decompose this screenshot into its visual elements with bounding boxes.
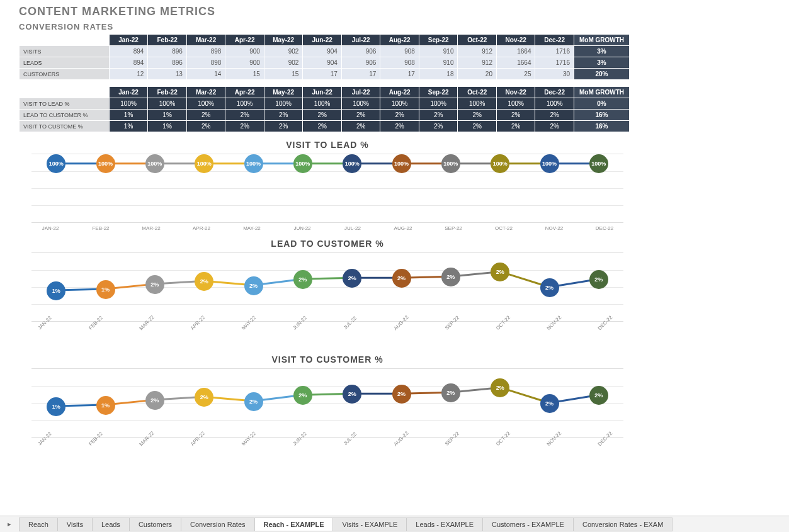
data-point: 100% [392, 154, 411, 173]
chart-plot: 1%1%2%2%2%2%2%2%2%2%2%2% [31, 368, 623, 438]
data-cell: 894 [109, 46, 148, 57]
data-cell: 2% [303, 110, 342, 121]
data-cell: 906 [341, 46, 380, 57]
data-cell: 2% [496, 121, 535, 132]
sheet-tab[interactable]: Reach [19, 518, 58, 531]
data-cell: 100% [341, 98, 380, 110]
sheet-tab[interactable]: Customers [129, 518, 181, 531]
data-cell: 25 [496, 69, 535, 80]
data-point: 100% [589, 154, 608, 173]
x-tick: DEC-22 [586, 225, 623, 231]
row-label: LEAD TO CUSTOMER % [20, 110, 110, 121]
x-tick: OCT-22 [485, 225, 523, 231]
data-cell: 100% [419, 98, 458, 110]
chart-title: VISIT TO LEAD % [31, 140, 623, 150]
data-cell: 896 [148, 57, 187, 69]
data-point: 2% [343, 385, 361, 404]
col-header: Aug-22 [380, 87, 419, 98]
x-tick: MAR-22 [132, 225, 170, 231]
col-header: Feb-22 [148, 35, 187, 46]
x-tick: MAY-22 [233, 225, 271, 231]
data-cell: 908 [380, 57, 419, 69]
data-point: 1% [96, 280, 115, 299]
data-point: 1% [96, 396, 115, 415]
data-cell: 904 [303, 46, 342, 57]
data-cell: 17 [341, 69, 380, 80]
col-header: Jul-22 [341, 35, 380, 46]
data-cell: 898 [186, 46, 225, 57]
data-point: 1% [47, 281, 65, 300]
data-point: 2% [195, 272, 213, 291]
chart-title: LEAD TO CUSTOMER % [31, 239, 623, 249]
data-cell: 100% [303, 98, 342, 110]
data-point: 100% [343, 154, 361, 173]
data-point: 2% [540, 394, 559, 413]
data-cell: 900 [225, 57, 264, 69]
data-cell: 2% [186, 121, 225, 132]
sheet-tab[interactable]: Conversion Rates [181, 518, 254, 531]
data-cell: 2% [535, 121, 574, 132]
row-label: CUSTOMERS [20, 69, 110, 80]
data-point: 2% [392, 269, 411, 288]
data-cell: 906 [341, 57, 380, 69]
data-cell: 14 [186, 69, 225, 80]
data-cell: 100% [535, 98, 574, 110]
data-cell: 904 [303, 57, 342, 69]
chart-plot: 1%1%2%2%2%2%2%2%2%2%2%2% [31, 252, 623, 322]
row-label: VISIT TO LEAD % [20, 98, 110, 110]
x-tick: JUN-22 [283, 225, 321, 231]
data-cell: 1% [148, 110, 187, 121]
data-cell: 2% [419, 110, 458, 121]
data-cell: 2% [186, 110, 225, 121]
data-cell: 2% [458, 110, 497, 121]
data-cell: 2% [496, 110, 535, 121]
growth-cell: 0% [574, 98, 630, 110]
data-point: 2% [491, 263, 509, 281]
x-tick: FEB-22 [82, 225, 120, 231]
data-cell: 1716 [535, 57, 574, 69]
data-point: 2% [195, 388, 213, 407]
data-cell: 2% [341, 121, 380, 132]
row-label: VISITS [20, 46, 110, 57]
col-header: Apr-22 [225, 87, 264, 98]
sheet-tab[interactable]: Customers - EXAMPLE [482, 518, 574, 531]
data-cell: 18 [419, 69, 458, 80]
x-tick: NOV-22 [535, 225, 573, 231]
col-header: Aug-22 [380, 35, 419, 46]
data-cell: 2% [264, 110, 303, 121]
page-subtitle: CONVERSION RATES [19, 22, 770, 31]
sheet-tab[interactable]: Leads - EXAMPLE [406, 518, 483, 531]
data-point: 2% [145, 275, 164, 294]
data-cell: 17 [303, 69, 342, 80]
data-cell: 12 [109, 69, 148, 80]
data-cell: 894 [109, 57, 148, 69]
sheet-tab[interactable]: Conversion Rates - EXAM [573, 518, 673, 531]
data-cell: 2% [458, 121, 497, 132]
data-point: 2% [244, 276, 263, 295]
growth-cell: 20% [574, 69, 630, 80]
col-header: Oct-22 [458, 87, 497, 98]
data-cell: 912 [458, 57, 497, 69]
data-point: 100% [145, 154, 164, 173]
sheet-tab[interactable]: Visits - EXAMPLE [332, 518, 407, 531]
data-cell: 2% [380, 121, 419, 132]
data-cell: 912 [458, 46, 497, 57]
growth-header: MoM GROWTH [574, 87, 630, 98]
sheet-tab[interactable]: Reach - EXAMPLE [254, 518, 334, 531]
x-axis: JAN-22FEB-22MAR-22APR-22MAY-22JUN-22JUL-… [31, 439, 623, 463]
data-cell: 898 [186, 57, 225, 69]
data-cell: 2% [341, 110, 380, 121]
data-point: 2% [392, 385, 411, 404]
data-point: 1% [47, 397, 65, 416]
tab-nav-prev[interactable]: ▸ [0, 520, 19, 528]
data-cell: 910 [419, 46, 458, 57]
data-cell: 15 [264, 69, 303, 80]
data-point: 2% [491, 378, 509, 397]
sheet-tabs: ▸ ReachVisitsLeadsCustomersConversion Ra… [0, 516, 789, 532]
col-header: Sep-22 [419, 87, 458, 98]
data-cell: 2% [303, 121, 342, 132]
data-cell: 100% [225, 98, 264, 110]
sheet-tab[interactable]: Leads [92, 518, 130, 531]
col-header: Dec-22 [535, 87, 574, 98]
sheet-tab[interactable]: Visits [57, 518, 93, 531]
